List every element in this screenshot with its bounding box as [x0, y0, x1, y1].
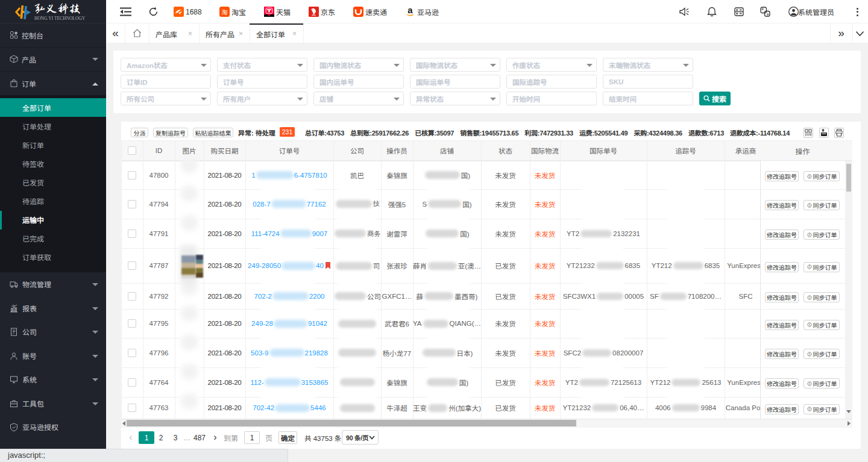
svg-text:淘: 淘	[222, 7, 228, 16]
svg-text:a: a	[407, 6, 413, 15]
